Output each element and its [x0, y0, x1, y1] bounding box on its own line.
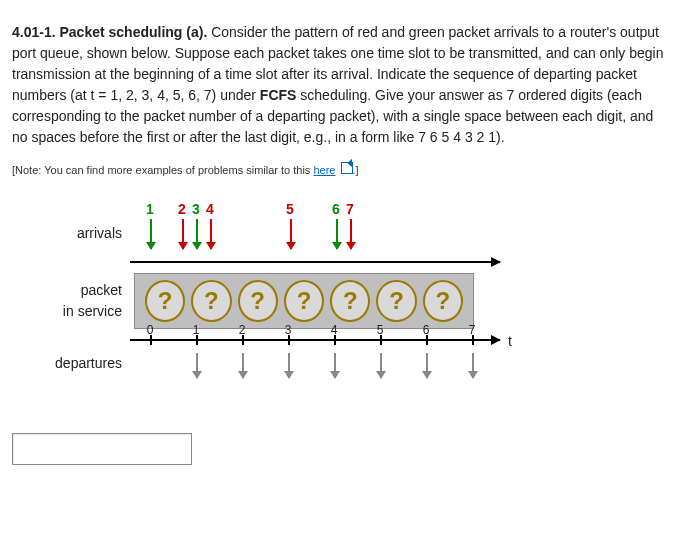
time-tick-label: 3: [285, 321, 292, 339]
arrivals-axis: [130, 261, 500, 263]
service-label: packet in service: [32, 280, 130, 322]
service-slot: ?: [145, 280, 185, 322]
time-tick-label: 2: [239, 321, 246, 339]
arrivals-label: arrivals: [32, 223, 130, 244]
departures-axis: [130, 339, 500, 341]
service-slot: ?: [191, 280, 231, 322]
time-tick-label: 0: [147, 321, 154, 339]
arrival-arrow: [290, 219, 292, 249]
question-text: 4.01-1. Packet scheduling (a). Consider …: [12, 22, 664, 148]
departure-arrow: [288, 353, 290, 378]
question-number: 4.01-1. Packet scheduling (a).: [12, 24, 207, 40]
arrival-number: 2: [178, 199, 186, 220]
arrival-arrow: [182, 219, 184, 249]
time-tick-label: 7: [469, 321, 476, 339]
arrival-arrow: [336, 219, 338, 249]
departure-arrow: [196, 353, 198, 378]
service-slot: ?: [423, 280, 463, 322]
arrivals-area: 1234567: [130, 199, 510, 269]
arrival-number: 5: [286, 199, 294, 220]
departure-arrow: [380, 353, 382, 378]
arrival-number: 6: [332, 199, 340, 220]
arrival-number: 1: [146, 199, 154, 220]
arrival-arrow: [350, 219, 352, 249]
time-tick-label: 1: [193, 321, 200, 339]
scheduling-type: FCFS: [260, 87, 297, 103]
departure-arrow: [426, 353, 428, 378]
arrival-arrow: [150, 219, 152, 249]
time-tick-label: 4: [331, 321, 338, 339]
external-link-icon: [341, 162, 353, 174]
service-slot: ?: [330, 280, 370, 322]
departure-arrow: [334, 353, 336, 378]
time-tick-label: 5: [377, 321, 384, 339]
service-slot: ?: [284, 280, 324, 322]
arrival-arrow: [210, 219, 212, 249]
departures-area: t 01234567: [130, 333, 530, 403]
service-slot: ?: [376, 280, 416, 322]
arrival-arrow: [196, 219, 198, 249]
departures-label: departures: [32, 333, 130, 374]
departure-arrow: [472, 353, 474, 378]
arrival-number: 4: [206, 199, 214, 220]
time-tick-label: 6: [423, 321, 430, 339]
time-axis-label: t: [508, 331, 512, 352]
service-slot: ?: [238, 280, 278, 322]
answer-input[interactable]: [12, 433, 192, 465]
arrival-number: 7: [346, 199, 354, 220]
arrival-number: 3: [192, 199, 200, 220]
scheduling-diagram: arrivals 1234567 packet in service ?????…: [32, 199, 664, 403]
note-link[interactable]: here: [313, 164, 335, 176]
note-text: [Note: You can find more examples of pro…: [12, 162, 664, 179]
departure-arrow: [242, 353, 244, 378]
